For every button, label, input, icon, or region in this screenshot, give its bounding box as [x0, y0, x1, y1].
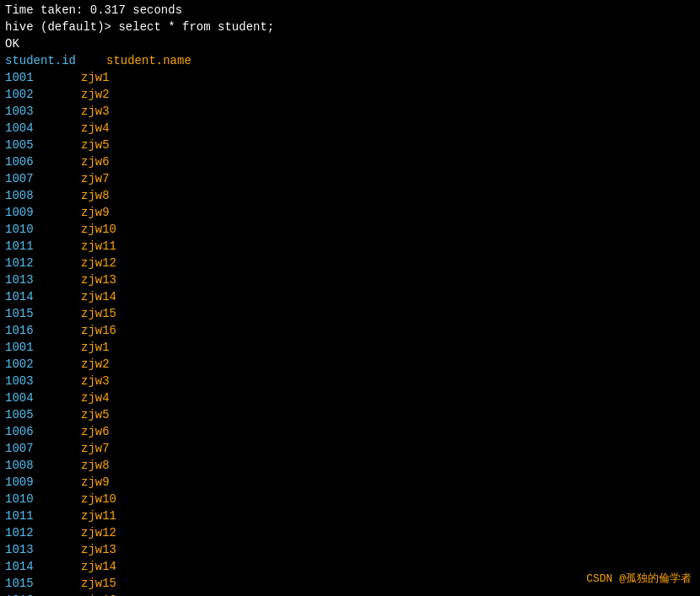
row-name: zjw13 — [81, 271, 116, 288]
row-id: 1014 — [5, 288, 64, 305]
row-id: 1013 — [5, 271, 64, 288]
row-name: zjw7 — [81, 170, 110, 187]
row-name: zjw16 — [81, 592, 116, 596]
row-id: 1010 — [5, 221, 64, 238]
header-col1: student.id — [5, 52, 64, 69]
prompt-text: hive (default)> — [5, 19, 118, 35]
row-name: zjw1 — [81, 339, 110, 356]
table-row: 1012zjw12 — [5, 524, 695, 541]
table-row: 1016zjw16 — [5, 322, 695, 339]
table-name: student; — [211, 19, 275, 35]
from-keyword: from — [182, 19, 211, 35]
table-row: 1016zjw16 — [5, 592, 695, 596]
row-name: zjw2 — [81, 356, 110, 373]
select-keyword: select * — [118, 19, 182, 35]
row-id: 1005 — [5, 406, 64, 423]
row-name: zjw11 — [81, 507, 116, 524]
row-name: zjw12 — [81, 255, 116, 271]
row-name: zjw2 — [81, 86, 110, 103]
row-name: zjw3 — [81, 373, 110, 389]
row-id: 1010 — [5, 491, 64, 507]
table-row: 1003zjw3 — [5, 373, 695, 389]
row-name: zjw5 — [81, 137, 110, 153]
row-name: zjw9 — [81, 474, 110, 491]
row-id: 1006 — [5, 153, 64, 170]
ok-line: OK — [5, 35, 695, 52]
time-taken-text: Time taken: 0.317 seconds — [5, 2, 182, 19]
row-name: zjw14 — [81, 288, 116, 305]
row-id: 1002 — [5, 356, 64, 373]
table-row: 1011zjw11 — [5, 507, 695, 524]
row-name: zjw15 — [81, 305, 116, 322]
row-name: zjw13 — [81, 541, 116, 558]
row-id: 1002 — [5, 86, 64, 103]
table-row: 1013zjw13 — [5, 271, 695, 288]
table-row: 1003zjw3 — [5, 103, 695, 120]
table-row: 1004zjw4 — [5, 120, 695, 137]
row-id: 1011 — [5, 507, 64, 524]
row-name: zjw10 — [81, 221, 116, 238]
table-row: 1009zjw9 — [5, 474, 695, 491]
row-id: 1001 — [5, 339, 64, 356]
row-id: 1001 — [5, 69, 64, 86]
row-id: 1003 — [5, 373, 64, 389]
header-line: student.id student.name — [5, 52, 695, 69]
row-id: 1005 — [5, 137, 64, 153]
row-id: 1014 — [5, 558, 64, 575]
rows-container: 1001zjw11002zjw21003zjw31004zjw41005zjw5… — [5, 69, 695, 596]
table-row: 1010zjw10 — [5, 221, 695, 238]
table-row: 1001zjw1 — [5, 339, 695, 356]
row-name: zjw7 — [81, 440, 110, 457]
row-id: 1013 — [5, 541, 64, 558]
row-id: 1008 — [5, 457, 64, 474]
prompt-line: hive (default)> select * from student; — [5, 19, 695, 35]
row-name: zjw8 — [81, 457, 110, 474]
row-name: zjw10 — [81, 491, 116, 507]
row-name: zjw9 — [81, 204, 110, 221]
row-id: 1003 — [5, 103, 64, 120]
row-id: 1016 — [5, 592, 64, 596]
row-id: 1012 — [5, 524, 64, 541]
table-row: 1013zjw13 — [5, 541, 695, 558]
table-row: 1007zjw7 — [5, 440, 695, 457]
table-row: 1015zjw15 — [5, 305, 695, 322]
row-name: zjw3 — [81, 103, 110, 120]
row-name: zjw6 — [81, 153, 110, 170]
row-name: zjw11 — [81, 238, 116, 255]
row-name: zjw1 — [81, 69, 110, 86]
row-id: 1015 — [5, 575, 64, 592]
row-id: 1009 — [5, 204, 64, 221]
table-row: 1009zjw9 — [5, 204, 695, 221]
row-id: 1012 — [5, 255, 64, 271]
table-row: 1007zjw7 — [5, 170, 695, 187]
row-name: zjw4 — [81, 120, 110, 137]
row-name: zjw4 — [81, 389, 110, 406]
row-id: 1004 — [5, 389, 64, 406]
watermark: CSDN @孤独的倫学者 — [586, 571, 692, 588]
row-name: zjw16 — [81, 322, 116, 339]
ok-text: OK — [5, 35, 19, 52]
table-row: 1002zjw2 — [5, 356, 695, 373]
row-id: 1015 — [5, 305, 64, 322]
time-taken-line: Time taken: 0.317 seconds — [5, 2, 695, 19]
header-col2: student.name — [106, 52, 191, 69]
table-row: 1012zjw12 — [5, 255, 695, 271]
table-row: 1005zjw5 — [5, 137, 695, 153]
header-spacer — [64, 52, 106, 69]
row-id: 1007 — [5, 170, 64, 187]
table-row: 1014zjw14 — [5, 288, 695, 305]
row-name: zjw15 — [81, 575, 116, 592]
table-row: 1010zjw10 — [5, 491, 695, 507]
table-row: 1005zjw5 — [5, 406, 695, 423]
row-id: 1006 — [5, 423, 64, 440]
row-name: zjw8 — [81, 187, 110, 204]
row-id: 1011 — [5, 238, 64, 255]
row-id: 1016 — [5, 322, 64, 339]
table-row: 1011zjw11 — [5, 238, 695, 255]
row-name: zjw6 — [81, 423, 110, 440]
row-name: zjw14 — [81, 558, 116, 575]
table-row: 1008zjw8 — [5, 187, 695, 204]
table-row: 1001zjw1 — [5, 69, 695, 86]
table-row: 1004zjw4 — [5, 389, 695, 406]
terminal: Time taken: 0.317 seconds hive (default)… — [0, 0, 700, 596]
